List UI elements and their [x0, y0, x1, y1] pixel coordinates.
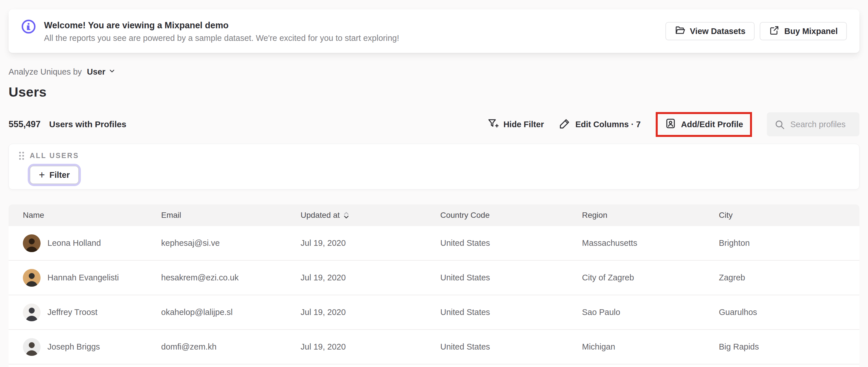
filter-group-label: ALL USERS	[30, 152, 79, 160]
user-updated-at: Jul 19, 2020	[301, 273, 440, 282]
pencil-icon	[559, 118, 571, 131]
edit-columns-label: Edit Columns · 7	[576, 120, 641, 129]
user-updated-at: Jul 19, 2020	[301, 342, 440, 351]
annotation-highlight-box: Add/Edit Profile	[656, 112, 752, 137]
chevron-down-icon	[108, 67, 116, 77]
name-cell: Joseph Briggs	[23, 338, 161, 356]
user-name: Joseph Briggs	[48, 342, 100, 351]
toolbar-actions: Hide Filter Edit Columns · 7 Add/Edit Pr…	[487, 112, 860, 137]
add-filter-button[interactable]: + Filter	[30, 166, 79, 184]
funnel-plus-icon	[487, 118, 499, 131]
analyze-uniques-selector[interactable]: User	[87, 67, 116, 77]
profiles-count-label: Users with Profiles	[49, 120, 126, 129]
user-country-code: United States	[440, 273, 582, 282]
column-header-updated-at[interactable]: Updated at	[301, 211, 440, 220]
search-profiles	[767, 112, 860, 136]
banner-title: Welcome! You are viewing a Mixpanel demo	[44, 20, 665, 31]
filter-button-focus-ring: + Filter	[28, 164, 81, 186]
table-row-partial[interactable]	[8, 364, 860, 367]
add-edit-profile-button[interactable]: Add/Edit Profile	[664, 118, 743, 131]
user-region: Massachusetts	[582, 238, 719, 248]
name-cell: Jeffrey Troost	[23, 304, 161, 321]
profile-card-icon	[664, 118, 677, 131]
user-city: Big Rapids	[719, 342, 860, 351]
user-region: Sao Paulo	[582, 308, 719, 317]
profiles-count: 555,497 Users with Profiles	[8, 119, 126, 129]
analyze-uniques-bar: Analyze Uniques by User	[8, 67, 860, 77]
users-page: Welcome! You are viewing a Mixpanel demo…	[0, 0, 868, 367]
user-city: Brighton	[719, 238, 860, 248]
plus-icon: +	[39, 170, 45, 180]
column-header-region[interactable]: Region	[582, 211, 719, 220]
page-title: Users	[8, 84, 860, 100]
profiles-count-number: 555,497	[8, 119, 40, 129]
user-country-code: United States	[440, 342, 582, 351]
user-city: Zagreb	[719, 273, 860, 282]
user-country-code: United States	[440, 308, 582, 317]
column-header-name[interactable]: Name	[23, 211, 161, 220]
user-name: Leona Holland	[48, 238, 101, 248]
sort-icon	[343, 211, 349, 219]
avatar	[23, 269, 40, 287]
user-updated-at: Jul 19, 2020	[301, 238, 440, 248]
add-edit-profile-label: Add/Edit Profile	[681, 120, 743, 129]
updated-at-label: Updated at	[301, 211, 340, 220]
column-header-country-code[interactable]: Country Code	[440, 211, 582, 220]
table-body: Leona Holland kephesaj@si.ve Jul 19, 202…	[8, 226, 860, 367]
avatar	[23, 234, 40, 252]
user-email: domfi@zem.kh	[161, 342, 301, 351]
drag-handle-icon[interactable]	[19, 152, 24, 160]
table-row[interactable]: Joseph Briggs domfi@zem.kh Jul 19, 2020 …	[8, 330, 860, 364]
filter-group-header: ALL USERS	[19, 152, 859, 160]
avatar	[23, 304, 40, 321]
info-icon	[21, 19, 36, 34]
filter-panel: ALL USERS + Filter	[8, 144, 860, 189]
column-header-email[interactable]: Email	[161, 211, 301, 220]
buy-mixpanel-label: Buy Mixpanel	[784, 27, 838, 36]
avatar	[23, 338, 40, 356]
column-header-city[interactable]: City	[719, 211, 860, 220]
table-row[interactable]: Leona Holland kephesaj@si.ve Jul 19, 202…	[8, 226, 860, 261]
banner-subtitle: All the reports you see are powered by a…	[44, 33, 665, 43]
name-cell: Hannah Evangelisti	[23, 269, 161, 287]
hide-filter-button[interactable]: Hide Filter	[487, 118, 544, 131]
banner-text: Welcome! You are viewing a Mixpanel demo…	[44, 20, 665, 43]
analyze-uniques-value: User	[87, 67, 105, 77]
demo-banner: Welcome! You are viewing a Mixpanel demo…	[8, 9, 860, 53]
user-updated-at: Jul 19, 2020	[301, 308, 440, 317]
folder-icon	[675, 25, 685, 38]
toolbar: 555,497 Users with Profiles Hide Filter …	[8, 111, 860, 137]
table-row[interactable]: Hannah Evangelisti hesakrem@ezi.co.uk Ju…	[8, 261, 860, 295]
user-email: hesakrem@ezi.co.uk	[161, 273, 301, 282]
edit-columns-button[interactable]: Edit Columns · 7	[559, 118, 641, 131]
user-name: Hannah Evangelisti	[48, 273, 119, 282]
user-country-code: United States	[440, 238, 582, 248]
users-table: Name Email Updated at Country Code Regio…	[8, 204, 860, 367]
banner-actions: View Datasets Buy Mixpanel	[665, 22, 847, 40]
table-header-row: Name Email Updated at Country Code Regio…	[8, 204, 860, 226]
add-filter-label: Filter	[50, 170, 70, 180]
user-region: Michigan	[582, 342, 719, 351]
buy-mixpanel-button[interactable]: Buy Mixpanel	[760, 22, 847, 40]
user-name: Jeffrey Troost	[48, 308, 97, 317]
user-region: City of Zagreb	[582, 273, 719, 282]
view-datasets-button[interactable]: View Datasets	[665, 22, 755, 40]
analyze-uniques-label: Analyze Uniques by	[8, 67, 82, 77]
view-datasets-label: View Datasets	[690, 27, 746, 36]
user-city: Guarulhos	[719, 308, 860, 317]
name-cell: Leona Holland	[23, 234, 161, 252]
user-email: okahelop@lalijpe.sl	[161, 308, 301, 317]
user-email: kephesaj@si.ve	[161, 238, 301, 248]
table-row[interactable]: Jeffrey Troost okahelop@lalijpe.sl Jul 1…	[8, 295, 860, 330]
external-link-icon	[769, 25, 780, 38]
hide-filter-label: Hide Filter	[503, 120, 544, 129]
